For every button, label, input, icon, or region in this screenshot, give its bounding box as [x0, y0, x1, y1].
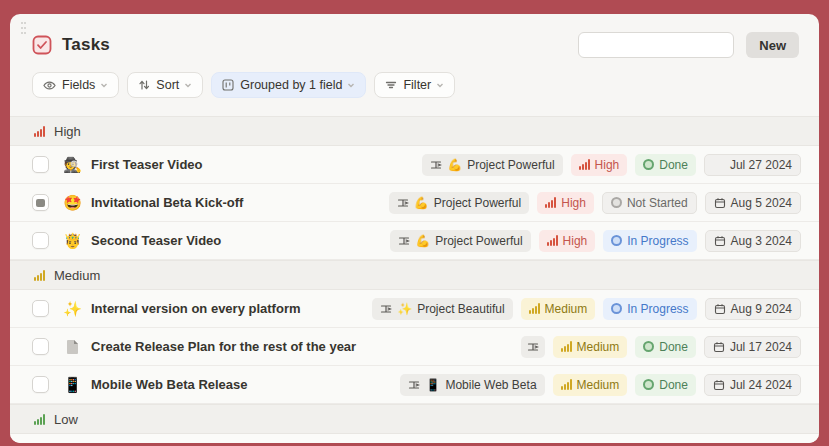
- search-input[interactable]: [578, 32, 734, 58]
- grouped-button[interactable]: Grouped by 1 field: [211, 72, 366, 98]
- task-checkbox[interactable]: [32, 232, 49, 249]
- priority-bars-icon: [579, 159, 590, 170]
- status-pill[interactable]: In Progress: [603, 298, 696, 320]
- relation-icon: [380, 303, 392, 315]
- relation-icon: [398, 235, 410, 247]
- status-pill[interactable]: Done: [635, 336, 696, 358]
- task-row[interactable]: Create Release Plan for the rest of the …: [10, 328, 819, 366]
- group-header-high[interactable]: High: [10, 116, 819, 146]
- project-relation-pill[interactable]: 💪 Project Powerful: [390, 230, 530, 252]
- relation-label: Project Powerful: [435, 234, 522, 248]
- task-row[interactable]: 🕵️ First Teaser Video 💪 Project Powerful…: [10, 146, 819, 184]
- status-pill[interactable]: Done: [635, 154, 696, 176]
- priority-pill[interactable]: Medium: [521, 298, 596, 320]
- task-row[interactable]: ✨ Internal version on every platform ✨ P…: [10, 290, 819, 328]
- task-row[interactable]: 🤴 Second Teaser Video 💪 Project Powerful…: [10, 222, 819, 260]
- priority-bars-icon: [545, 197, 556, 208]
- task-row[interactable]: 🤩 Invitational Beta Kick-off 💪 Project P…: [10, 184, 819, 222]
- task-title: Mobile Web Beta Release: [91, 377, 248, 392]
- app-frame: Tasks New Fields Sort Grouped: [0, 0, 829, 446]
- group-header-medium[interactable]: Medium: [10, 260, 819, 290]
- header: Tasks New Fields Sort Grouped: [10, 14, 819, 98]
- task-checkbox[interactable]: [32, 338, 49, 355]
- task-row[interactable]: 📱 Mobile Web Beta Release 📱 Mobile Web B…: [10, 366, 819, 404]
- chevron-down-icon: [347, 81, 355, 89]
- relation-icon: [527, 341, 539, 353]
- task-emoji: 🤩: [62, 194, 83, 212]
- page-icon: [62, 339, 83, 354]
- partial-row: [10, 434, 819, 443]
- project-relation-pill[interactable]: 💪 Project Powerful: [422, 154, 562, 176]
- calendar-icon: [713, 159, 725, 171]
- date-pill[interactable]: Aug 9 2024: [705, 298, 801, 320]
- relation-label: Project Powerful: [434, 196, 521, 210]
- task-title: First Teaser Video: [91, 157, 203, 172]
- priority-pill[interactable]: High: [537, 192, 594, 214]
- status-dot-icon: [643, 159, 654, 170]
- calendar-icon: [714, 235, 726, 247]
- calendar-icon: [713, 341, 725, 353]
- task-emoji: ✨: [62, 300, 83, 318]
- group-label: High: [54, 124, 81, 139]
- priority-pill[interactable]: High: [571, 154, 628, 176]
- task-checkbox[interactable]: [32, 156, 49, 173]
- priority-bars-icon: [34, 414, 45, 425]
- chevron-down-icon: [436, 81, 444, 89]
- priority-pill[interactable]: Medium: [553, 336, 628, 358]
- date-pill[interactable]: Jul 17 2024: [704, 336, 801, 358]
- task-title: Create Release Plan for the rest of the …: [91, 339, 356, 354]
- sort-arrows-icon: [138, 79, 150, 91]
- status-dot-icon: [611, 197, 622, 208]
- status-pill[interactable]: Not Started: [602, 192, 697, 214]
- cursor-artifact: [36, 199, 45, 207]
- date-pill[interactable]: Jul 24 2024: [704, 374, 801, 396]
- task-checkbox[interactable]: [32, 300, 49, 317]
- calendar-icon: [713, 379, 725, 391]
- group-header-low[interactable]: Low: [10, 404, 819, 434]
- fields-button[interactable]: Fields: [32, 72, 119, 98]
- fields-label: Fields: [62, 78, 95, 92]
- priority-pill[interactable]: Medium: [553, 374, 628, 396]
- status-pill[interactable]: In Progress: [603, 230, 696, 252]
- relation-icon: [397, 197, 409, 209]
- status-pill[interactable]: Done: [635, 374, 696, 396]
- priority-bars-icon: [561, 341, 572, 352]
- group-board-icon: [222, 79, 234, 91]
- new-button[interactable]: New: [746, 32, 799, 58]
- chevron-down-icon: [184, 81, 192, 89]
- project-relation-pill[interactable]: [521, 336, 545, 358]
- priority-bars-icon: [561, 379, 572, 390]
- sort-button[interactable]: Sort: [127, 72, 203, 98]
- task-emoji: 📱: [62, 376, 83, 394]
- task-title: Invitational Beta Kick-off: [91, 195, 243, 210]
- tasks-database-window: Tasks New Fields Sort Grouped: [10, 14, 819, 443]
- priority-bars-icon: [529, 303, 540, 314]
- task-emoji: 🕵️: [62, 156, 83, 174]
- calendar-icon: [714, 197, 726, 209]
- status-dot-icon: [611, 303, 622, 314]
- date-pill[interactable]: Jul 27 2024: [704, 154, 801, 176]
- task-emoji: 🤴: [62, 232, 83, 250]
- relation-label: Mobile Web Beta: [445, 378, 536, 392]
- relation-label: Project Powerful: [467, 158, 554, 172]
- date-pill[interactable]: Aug 5 2024: [705, 192, 801, 214]
- project-relation-pill[interactable]: 💪 Project Powerful: [389, 192, 529, 214]
- title-row: Tasks New: [32, 30, 799, 60]
- drag-handle-icon[interactable]: [21, 22, 31, 38]
- sort-label: Sort: [156, 78, 179, 92]
- status-dot-icon: [611, 235, 622, 246]
- project-relation-pill[interactable]: 📱 Mobile Web Beta: [400, 374, 544, 396]
- grouped-label: Grouped by 1 field: [240, 78, 342, 92]
- task-checkbox[interactable]: [32, 194, 49, 211]
- relation-icon: [430, 159, 442, 171]
- eye-icon: [43, 79, 56, 92]
- project-relation-pill[interactable]: ✨ Project Beautiful: [372, 298, 512, 320]
- filter-button[interactable]: Filter: [374, 72, 455, 98]
- relation-label: Project Beautiful: [417, 302, 504, 316]
- chevron-down-icon: [100, 81, 108, 89]
- priority-pill[interactable]: High: [539, 230, 596, 252]
- priority-bars-icon: [34, 126, 45, 137]
- date-pill[interactable]: Aug 3 2024: [705, 230, 801, 252]
- task-checkbox[interactable]: [32, 376, 49, 393]
- task-title: Internal version on every platform: [91, 301, 301, 316]
